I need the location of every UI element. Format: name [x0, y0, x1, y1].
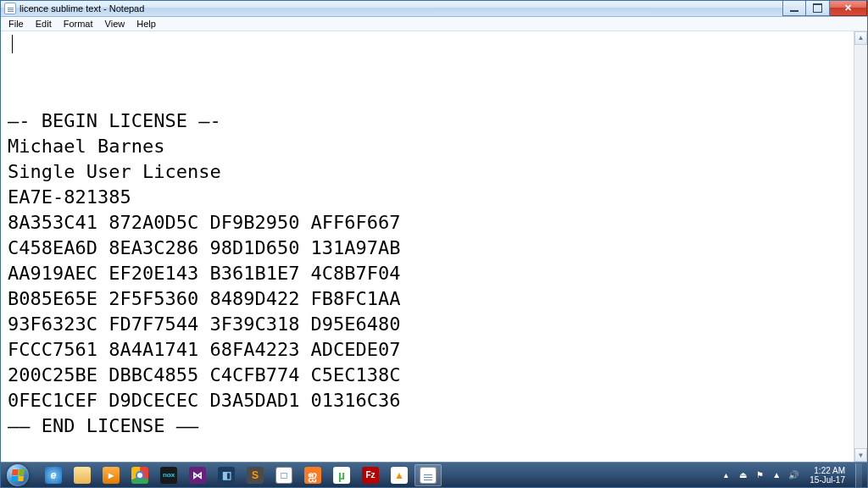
- utorrent-icon: [333, 467, 350, 484]
- taskbar-vlc[interactable]: [386, 464, 413, 486]
- vertical-scrollbar[interactable]: ▲ ▼: [854, 31, 867, 462]
- taskbar-xampp[interactable]: [299, 464, 326, 486]
- taskbar-notepad[interactable]: [415, 464, 442, 486]
- tray-action-center-icon[interactable]: ⚑: [754, 469, 765, 481]
- close-button[interactable]: [830, 1, 867, 16]
- window-title: licence sublime text - Notepad: [19, 3, 144, 14]
- tray-overflow-icon[interactable]: ▴: [720, 469, 732, 481]
- text-line: Single User License: [8, 159, 850, 185]
- text-line: Michael Barnes: [8, 134, 850, 159]
- text-line: AA919AEC EF20E143 B361B1E7 4C8B7F04: [8, 261, 850, 286]
- taskbar: ▴ ⏏ ⚑ ▲ 🔊 1:22 AM 15-Jul-17: [1, 462, 867, 487]
- tray-date: 15-Jul-17: [810, 475, 845, 485]
- menu-bar: File Edit Format View Help: [1, 17, 867, 31]
- taskbar-filezilla[interactable]: [357, 464, 384, 486]
- text-line: —— END LICENSE ——: [8, 413, 850, 439]
- xampp-icon: [304, 467, 321, 484]
- tray-network-icon[interactable]: ▲: [771, 469, 782, 481]
- menu-format[interactable]: Format: [58, 18, 99, 30]
- tray-time: 1:22 AM: [810, 466, 845, 475]
- taskbar-brackets[interactable]: [270, 464, 298, 486]
- taskbar-chrome[interactable]: [126, 464, 153, 486]
- menu-help[interactable]: Help: [131, 18, 162, 30]
- window-controls: [782, 1, 867, 16]
- text-line: 8A353C41 872A0D5C DF9B2950 AFF6F667: [8, 210, 850, 236]
- title-bar[interactable]: licence sublime text - Notepad: [1, 1, 867, 17]
- scroll-up-arrow-icon[interactable]: ▲: [854, 31, 867, 45]
- notepad-icon: [420, 467, 437, 484]
- text-line: EA7E-821385: [8, 185, 850, 210]
- folder-icon: [74, 467, 91, 484]
- windows-flag-icon: [11, 469, 24, 481]
- filezilla-icon: [362, 467, 379, 484]
- maximize-button[interactable]: [806, 1, 830, 16]
- taskbar-utorrent[interactable]: [328, 464, 355, 486]
- taskbar-media[interactable]: [97, 464, 125, 486]
- start-button[interactable]: [1, 463, 35, 488]
- taskbar-explorer[interactable]: [69, 464, 96, 486]
- taskbar-virtualbox[interactable]: [213, 464, 240, 486]
- taskbar-sublime[interactable]: [242, 464, 269, 486]
- text-line: —- BEGIN LICENSE —-: [8, 108, 850, 134]
- text-line: 200C25BE DBBC4855 C4CFB774 C5EC138C: [8, 363, 850, 388]
- ie-icon: [45, 467, 62, 484]
- nox-icon: [160, 467, 177, 484]
- tray-safely-remove-icon[interactable]: ⏏: [737, 469, 748, 481]
- show-desktop-button[interactable]: [855, 463, 862, 487]
- text-line: B085E65E 2F5F5360 8489D422 FB8FC1AA: [8, 286, 850, 312]
- virtualbox-icon: [218, 467, 235, 484]
- menu-file[interactable]: File: [3, 18, 30, 30]
- notepad-app-icon: [4, 3, 16, 14]
- text-editor[interactable]: —- BEGIN LICENSE —-Michael BarnesSingle …: [1, 31, 854, 462]
- text-cursor: [12, 35, 13, 53]
- taskbar-visualstudio[interactable]: [184, 464, 211, 486]
- media-icon: [103, 467, 120, 484]
- taskbar-ie[interactable]: [40, 464, 67, 486]
- scroll-down-arrow-icon[interactable]: ▼: [854, 448, 867, 462]
- text-line: FCCC7561 8A4A1741 68FA4223 ADCEDE07: [8, 337, 850, 363]
- taskbar-icons: [40, 464, 442, 486]
- menu-view[interactable]: View: [99, 18, 131, 30]
- vlc-icon: [391, 467, 408, 484]
- minimize-button[interactable]: [782, 1, 806, 16]
- client-area: —- BEGIN LICENSE —-Michael BarnesSingle …: [1, 31, 867, 462]
- text-line: C458EA6D 8EA3C286 98D1D650 131A97AB: [8, 236, 850, 261]
- taskbar-nox[interactable]: [155, 464, 182, 486]
- windows-orb-icon: [7, 464, 29, 486]
- menu-edit[interactable]: Edit: [30, 18, 58, 30]
- text-line: [8, 439, 850, 462]
- visualstudio-icon: [189, 467, 206, 484]
- tray-clock[interactable]: 1:22 AM 15-Jul-17: [804, 464, 850, 486]
- text-line: 0FEC1CEF D9DCECEC D3A5DAD1 01316C36: [8, 388, 850, 413]
- text-line: 93F6323C FD7F7544 3F39C318 D95E6480: [8, 312, 850, 337]
- notepad-window: licence sublime text - Notepad File Edit…: [0, 0, 868, 488]
- scroll-track[interactable]: [854, 45, 867, 448]
- system-tray: ▴ ⏏ ⚑ ▲ 🔊 1:22 AM 15-Jul-17: [720, 463, 864, 487]
- sublime-icon: [247, 467, 264, 484]
- brackets-icon: [275, 467, 292, 484]
- chrome-icon: [131, 467, 148, 484]
- tray-volume-icon[interactable]: 🔊: [787, 469, 799, 481]
